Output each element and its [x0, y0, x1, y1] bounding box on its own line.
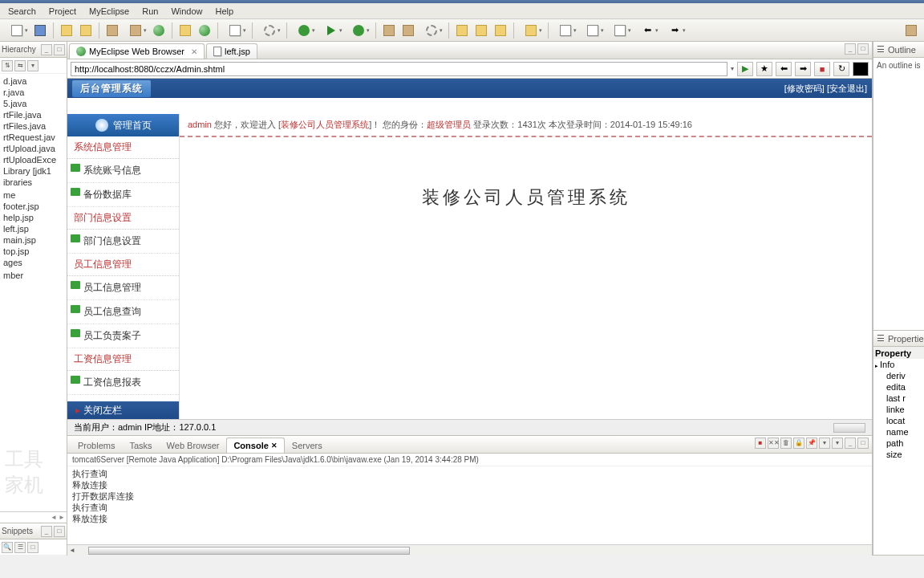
- new-button[interactable]: [4, 22, 30, 39]
- property-row[interactable]: last r: [873, 393, 924, 404]
- close-icon[interactable]: ✕: [191, 47, 197, 56]
- forward-button[interactable]: ➡: [662, 22, 687, 39]
- display-button[interactable]: ▾: [819, 438, 830, 449]
- forward-button[interactable]: ➡: [795, 62, 811, 76]
- tb-btn[interactable]: [380, 22, 398, 39]
- nav-item[interactable]: 工资信息报表: [67, 371, 179, 395]
- refresh-button[interactable]: ↻: [833, 62, 849, 76]
- property-row[interactable]: path: [873, 438, 924, 449]
- maximize-button[interactable]: □: [54, 526, 65, 537]
- tb-btn[interactable]: [58, 22, 75, 39]
- file-item[interactable]: d.java: [2, 75, 65, 87]
- tab-web-browser[interactable]: Web Browser: [160, 438, 227, 453]
- tb-btn[interactable]: [123, 22, 148, 39]
- nav-item[interactable]: 备份数据库: [67, 183, 179, 207]
- menu-search[interactable]: Search: [2, 5, 43, 18]
- menu-button[interactable]: ▾: [27, 60, 38, 71]
- close-icon[interactable]: ✕: [271, 442, 278, 450]
- file-item[interactable]: mber: [2, 270, 65, 281]
- save-button[interactable]: [31, 22, 49, 39]
- file-item[interactable]: ibraries: [2, 177, 65, 188]
- nav-group[interactable]: 部门信息设置: [67, 207, 179, 230]
- property-row[interactable]: linke: [873, 404, 924, 415]
- tb-btn[interactable]: [196, 22, 213, 39]
- minimize-button[interactable]: _: [41, 526, 52, 537]
- tab-web-browser[interactable]: MyEclipse Web Browser ✕: [69, 43, 205, 59]
- file-item[interactable]: rtUploadExce: [2, 154, 65, 165]
- property-group[interactable]: Info: [873, 359, 924, 370]
- snippets-tab[interactable]: Snippets: [2, 527, 33, 535]
- maximize-button[interactable]: □: [54, 44, 65, 55]
- debug-button[interactable]: [291, 22, 317, 39]
- maximize-button[interactable]: □: [857, 43, 869, 55]
- clear-button[interactable]: 🗑: [780, 438, 792, 449]
- globe-button[interactable]: [150, 22, 168, 39]
- outline-tab[interactable]: ☰ Outline: [873, 42, 924, 58]
- file-item[interactable]: rtRequest.jav: [2, 132, 65, 143]
- tb-btn[interactable]: [257, 22, 282, 39]
- property-row[interactable]: size: [873, 449, 924, 460]
- menu-project[interactable]: Project: [43, 5, 83, 18]
- perspective-button[interactable]: [902, 22, 920, 39]
- minimize-button[interactable]: _: [845, 438, 856, 449]
- run-button[interactable]: [318, 22, 344, 39]
- tb-btn[interactable]: 🔍: [2, 542, 13, 553]
- close-sidebar-button[interactable]: 关闭左栏: [67, 401, 179, 419]
- back-button[interactable]: ⬅: [634, 22, 660, 39]
- go-button[interactable]: ▶: [737, 62, 753, 76]
- tb-btn[interactable]: [580, 22, 606, 39]
- terminate-button[interactable]: ■: [755, 438, 766, 449]
- tb-btn[interactable]: ☰: [14, 542, 26, 553]
- file-item[interactable]: 5.java: [2, 98, 65, 109]
- properties-tab[interactable]: ☰ Properties: [873, 331, 924, 347]
- menu-run[interactable]: Run: [136, 5, 164, 18]
- tab-console[interactable]: Console ✕: [226, 438, 284, 453]
- logout-link[interactable]: [安全退出]: [827, 83, 867, 93]
- nav-item[interactable]: 员工信息管理: [67, 276, 179, 300]
- property-row[interactable]: locat: [873, 415, 924, 426]
- menu-help[interactable]: Help: [209, 5, 241, 18]
- tb-btn[interactable]: [346, 22, 371, 39]
- nav-item[interactable]: 部门信息设置: [67, 230, 179, 254]
- menu-myeclipse[interactable]: MyEclipse: [83, 5, 136, 18]
- file-item[interactable]: help.jsp: [2, 212, 65, 223]
- nav-item[interactable]: 系统账号信息: [67, 159, 179, 183]
- tb-btn[interactable]: [453, 22, 471, 39]
- nav-group[interactable]: 员工信息管理: [67, 254, 179, 276]
- console-output[interactable]: 执行查询释放连接打开数据库连接执行查询释放连接: [67, 466, 872, 544]
- sidebar-home[interactable]: 管理首页: [67, 114, 179, 136]
- minimize-button[interactable]: _: [41, 44, 52, 55]
- file-item[interactable]: rtFiles.java: [2, 120, 65, 132]
- pin-button[interactable]: 📌: [806, 438, 817, 449]
- change-password-link[interactable]: [修改密码]: [784, 83, 825, 93]
- file-item[interactable]: Library [jdk1: [2, 165, 65, 177]
- hierarchy-tab[interactable]: Hierarchy: [2, 45, 36, 54]
- file-item[interactable]: ages: [2, 257, 65, 268]
- tab-tasks[interactable]: Tasks: [122, 438, 159, 453]
- tb-btn[interactable]: [176, 22, 194, 39]
- tab-left-jsp[interactable]: left.jsp: [206, 43, 257, 59]
- tb-btn[interactable]: [492, 22, 509, 39]
- tb-btn[interactable]: [553, 22, 578, 39]
- tab-servers[interactable]: Servers: [285, 438, 330, 453]
- stop-button[interactable]: ■: [814, 62, 830, 76]
- nav-group[interactable]: 工资信息管理: [67, 348, 179, 371]
- nav-group[interactable]: 系统信息管理: [67, 136, 179, 159]
- file-tree[interactable]: d.javar.java5.javartFile.javartFiles.jav…: [0, 74, 67, 511]
- tb-btn[interactable]: □: [27, 542, 38, 553]
- tb-btn[interactable]: [103, 22, 121, 39]
- scroll-lock-button[interactable]: 🔒: [793, 438, 804, 449]
- tb-btn[interactable]: [472, 22, 490, 39]
- minimize-button[interactable]: _: [845, 43, 856, 55]
- menu-window[interactable]: Window: [164, 5, 209, 18]
- resize-handle[interactable]: [833, 423, 865, 433]
- tb-btn[interactable]: [518, 22, 544, 39]
- tb-btn[interactable]: [399, 22, 417, 39]
- home-button[interactable]: [853, 62, 869, 76]
- file-item[interactable]: footer.jsp: [2, 201, 65, 212]
- tb-btn[interactable]: [222, 22, 248, 39]
- scroll-thumb[interactable]: [88, 547, 410, 555]
- nav-item[interactable]: 员工信息查询: [67, 300, 179, 324]
- remove-button[interactable]: ✕✕: [768, 438, 779, 449]
- tb-btn[interactable]: [607, 22, 633, 39]
